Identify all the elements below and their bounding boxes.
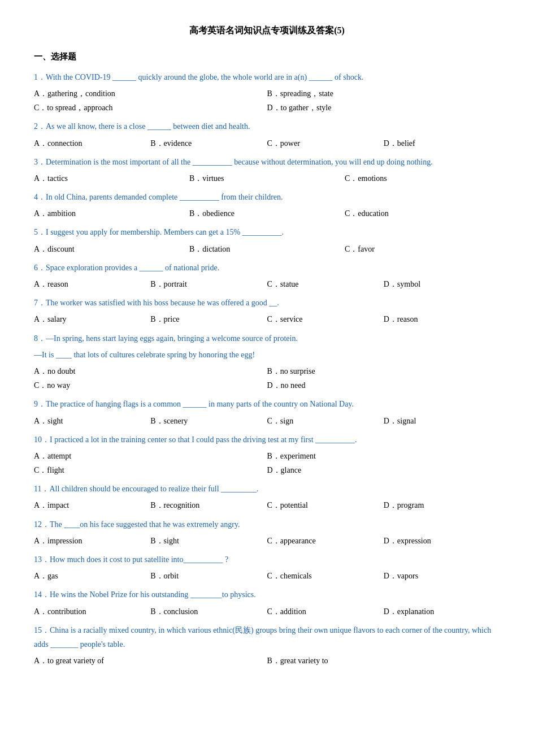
question-text-14: 14．He wins the Nobel Prize for his outst…: [34, 587, 500, 602]
options-row-7: A．salaryB．priceC．serviceD．reason: [34, 312, 500, 326]
option-14-1: A．contribution: [34, 604, 150, 619]
question-text-8-2: —It is ____ that lots of cultures celebr…: [34, 348, 500, 362]
option-11-1: A．impact: [34, 498, 150, 512]
options-row-12: A．impressionB．sightC．appearanceD．express…: [34, 534, 500, 548]
option-1-4: D．to gather，style: [267, 101, 501, 115]
question-text-5: 5．I suggest you apply for membership. Me…: [34, 225, 500, 239]
question-block-1: 1．With the COVID-19 ______ quickly aroun…: [34, 70, 500, 115]
options-row-9: A．sightB．sceneryC．signD．signal: [34, 414, 500, 428]
option-13-2: B．orbit: [150, 569, 267, 583]
option-11-2: B．recognition: [150, 498, 267, 512]
option-6-2: B．portrait: [150, 277, 267, 291]
option-14-3: C．addition: [267, 604, 384, 619]
question-text-1: 1．With the COVID-19 ______ quickly aroun…: [34, 70, 500, 84]
option-13-4: D．vapors: [384, 569, 500, 583]
question-text-9: 9．The practice of hanging flags is a com…: [34, 397, 500, 411]
question-text-10: 10．I practiced a lot in the training cen…: [34, 433, 500, 447]
option-2-3: C．power: [267, 136, 384, 150]
question-block-13: 13．How much does it cost to put satellit…: [34, 552, 500, 583]
option-13-3: C．chemicals: [267, 569, 384, 583]
question-text-11: 11．All children should be encouraged to …: [34, 482, 500, 496]
question-text-13: 13．How much does it cost to put satellit…: [34, 552, 500, 567]
option-12-2: B．sight: [150, 534, 267, 548]
question-block-3: 3．Determination is the most important of…: [34, 155, 500, 185]
question-text-8-1: 8．—In spring, hens start laying eggs aga…: [34, 331, 500, 345]
question-block-6: 6．Space exploration provides a ______ of…: [34, 261, 500, 291]
option-9-4: D．signal: [384, 414, 500, 428]
option-5-1: A．discount: [34, 242, 189, 256]
option-1-2: B．spreading，state: [267, 87, 501, 101]
question-block-9: 9．The practice of hanging flags is a com…: [34, 397, 500, 427]
option-8-4: D．no need: [267, 378, 501, 392]
option-7-1: A．salary: [34, 312, 150, 326]
question-text-3: 3．Determination is the most important of…: [34, 155, 500, 169]
options-row-15: A．to great variety ofB．great variety to: [34, 654, 500, 668]
question-block-15: 15．China is a racially mixed country, in…: [34, 623, 500, 668]
option-1-1: A．gathering，condition: [34, 87, 267, 101]
question-text-4: 4．In old China, parents demanded complet…: [34, 190, 500, 204]
option-2-2: B．evidence: [150, 136, 267, 150]
option-9-2: B．scenery: [150, 414, 267, 428]
option-11-3: C．potential: [267, 498, 384, 512]
page-title: 高考英语名词知识点专项训练及答案(5): [34, 23, 500, 39]
option-15-1: A．to great variety of: [34, 654, 267, 668]
option-7-3: C．service: [267, 312, 384, 326]
question-text-6: 6．Space exploration provides a ______ of…: [34, 261, 500, 275]
option-4-2: B．obedience: [189, 206, 345, 221]
option-3-3: C．emotions: [345, 171, 500, 185]
option-12-4: D．expression: [384, 534, 500, 548]
option-14-2: B．conclusion: [150, 604, 267, 619]
section-header: 一、选择题: [34, 49, 500, 64]
options-row-11: A．impactB．recognitionC．potentialD．progra…: [34, 498, 500, 512]
question-block-2: 2．As we all know, there is a close _____…: [34, 119, 500, 150]
options-row-10: A．attemptB．experimentC．flightD．glance: [34, 449, 500, 477]
question-block-12: 12．The ____on his face suggested that he…: [34, 517, 500, 548]
options-row-5: A．discountB．dictationC．favor: [34, 242, 500, 256]
question-block-10: 10．I practiced a lot in the training cen…: [34, 433, 500, 478]
option-4-3: C．education: [345, 206, 500, 221]
option-11-4: D．program: [384, 498, 500, 512]
option-3-1: A．tactics: [34, 171, 189, 185]
options-row-2: A．connectionB．evidenceC．powerD．belief: [34, 136, 500, 150]
option-10-2: B．experiment: [267, 449, 501, 463]
question-block-11: 11．All children should be encouraged to …: [34, 482, 500, 512]
question-text-12: 12．The ____on his face suggested that he…: [34, 517, 500, 532]
option-5-3: C．favor: [345, 242, 500, 256]
option-7-2: B．price: [150, 312, 267, 326]
option-8-1: A．no doubt: [34, 364, 267, 378]
option-14-4: D．explanation: [384, 604, 500, 619]
option-12-1: A．impression: [34, 534, 150, 548]
options-row-14: A．contributionB．conclusionC．additionD．ex…: [34, 604, 500, 619]
option-8-3: C．no way: [34, 378, 267, 392]
question-block-14: 14．He wins the Nobel Prize for his outst…: [34, 587, 500, 618]
option-3-2: B．virtues: [189, 171, 345, 185]
option-10-3: C．flight: [34, 463, 267, 477]
option-5-2: B．dictation: [189, 242, 345, 256]
options-row-1: A．gathering，conditionB．spreading，stateC．…: [34, 87, 500, 115]
question-text-15: 15．China is a racially mixed country, in…: [34, 623, 500, 651]
options-row-3: A．tacticsB．virtuesC．emotions: [34, 171, 500, 185]
options-row-4: A．ambitionB．obedienceC．education: [34, 206, 500, 221]
question-text-7: 7．The worker was satisfied with his boss…: [34, 296, 500, 310]
option-7-4: D．reason: [384, 312, 500, 326]
option-10-1: A．attempt: [34, 449, 267, 463]
options-row-6: A．reasonB．portraitC．statueD．symbol: [34, 277, 500, 291]
option-1-3: C．to spread，approach: [34, 101, 267, 115]
option-6-1: A．reason: [34, 277, 150, 291]
option-12-3: C．appearance: [267, 534, 384, 548]
option-4-1: A．ambition: [34, 206, 189, 221]
option-2-1: A．connection: [34, 136, 150, 150]
option-13-1: A．gas: [34, 569, 150, 583]
question-block-7: 7．The worker was satisfied with his boss…: [34, 296, 500, 326]
option-6-3: C．statue: [267, 277, 384, 291]
question-block-5: 5．I suggest you apply for membership. Me…: [34, 225, 500, 256]
question-text-2: 2．As we all know, there is a close _____…: [34, 119, 500, 133]
option-15-2: B．great variety to: [267, 654, 501, 668]
option-6-4: D．symbol: [384, 277, 500, 291]
options-row-13: A．gasB．orbitC．chemicalsD．vapors: [34, 569, 500, 583]
question-block-8: 8．—In spring, hens start laying eggs aga…: [34, 331, 500, 393]
question-block-4: 4．In old China, parents demanded complet…: [34, 190, 500, 221]
option-2-4: D．belief: [384, 136, 500, 150]
option-9-1: A．sight: [34, 414, 150, 428]
option-10-4: D．glance: [267, 463, 501, 477]
